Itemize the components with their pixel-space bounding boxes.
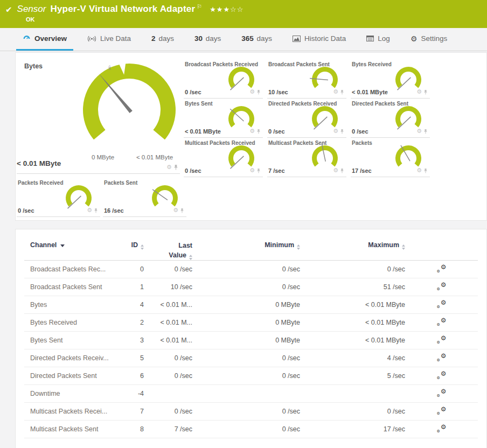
gauge-tile[interactable]: Packets Sent 16 /sec ⚙ [103,178,186,217]
channel-gear-icon[interactable]: ⚙ [333,167,338,174]
primary-gauge-value: < 0.01 MByte [17,159,61,167]
channel-settings-button[interactable]: ⚙⚙ [405,282,478,292]
channel-name[interactable]: Broadcast Packets Rec... [24,265,117,273]
tab-bar: Overview Live Data 2 days 30 days 365 da… [0,28,487,51]
channel-settings-button[interactable]: ⚙⚙ [405,407,478,417]
channel-settings-button[interactable]: ⚙⚙ [405,424,478,435]
channel-gear-icon[interactable]: ⚙ [249,128,255,135]
gauge-tile[interactable]: Bytes Received < 0.01 MByte ⚙ [351,60,430,99]
pin-icon[interactable] [256,129,261,134]
pin-icon[interactable] [94,208,98,213]
pin-icon[interactable] [173,164,178,170]
channel-settings-button[interactable]: ⚙⚙ [405,300,478,310]
channel-gear-icon[interactable]: ⚙ [416,128,422,135]
channel-settings-button[interactable]: ⚙⚙ [405,335,478,346]
channel-settings-button[interactable]: ⚙⚙ [405,318,478,328]
minimum-value: 0 /sec [192,372,300,380]
channel-name[interactable]: Multicast Packets Sent [24,425,117,433]
channel-settings-button[interactable]: ⚙⚙ [405,371,478,381]
channel-gear-icon[interactable]: ⚙ [249,88,255,95]
pin-icon[interactable] [423,129,428,134]
channel-id: 8 [117,425,144,433]
channel-settings-button[interactable]: ⚙⚙ [405,353,478,363]
tab-log[interactable]: Log [360,28,396,51]
gauge-tile[interactable]: Bytes Sent < 0.01 MByte ⚙ [184,99,263,138]
gauges-panel: Bytes x̄ 0 MByte < 0.01 MByte < 0.01 MBy… [15,52,487,221]
channel-name[interactable]: Bytes Received [24,319,117,326]
table-row: Broadcast Packets Rec... 0 0 /sec 0 /sec… [24,261,478,278]
gauge-tile[interactable]: Broadcast Packets Received 0 /sec ⚙ [184,60,263,99]
pin-icon[interactable] [340,89,344,95]
gears-icon: ⚙⚙ [437,371,447,380]
gauge-tile[interactable]: Multicast Packets Sent 7 /sec ⚙ [267,138,346,177]
tab-30-days[interactable]: 30 days [188,28,227,51]
channel-gear-icon[interactable]: ⚙ [173,207,178,214]
gauge-tile[interactable]: Packets Received 0 /sec ⚙ [17,178,100,217]
channel-gear-icon[interactable]: ⚙ [249,167,255,174]
channel-name[interactable]: Broadcast Packets Sent [24,283,117,291]
gauge-value: 0 /sec [185,89,201,95]
pin-icon[interactable] [180,208,184,213]
gears-icon: ⚙⚙ [437,389,447,397]
gauge-tile[interactable]: Broadcast Packets Sent 10 /sec ⚙ [267,60,346,99]
table-row: Downtime -4 ⚙⚙ [24,385,478,403]
pin-icon[interactable] [423,168,428,173]
gauge-tile[interactable]: Packets 17 /sec ⚙ [351,138,430,177]
tab-overview[interactable]: Overview [16,28,73,51]
channel-name[interactable]: Downtime [24,390,117,397]
flag-icon[interactable]: ⚐ [197,3,202,10]
channel-name[interactable]: Directed Packets Receiv... [24,354,117,362]
column-header-minimum[interactable]: Minimum [192,241,300,250]
channel-name[interactable]: Directed Packets Sent [24,372,117,380]
tab-2-days[interactable]: 2 days [145,28,180,51]
primary-gauge [75,60,183,157]
last-value: 7 /sec [144,425,192,433]
gauge-value: 10 /sec [268,89,288,95]
channel-gear-icon[interactable]: ⚙ [333,88,338,95]
minimum-value: 0 /sec [192,283,300,291]
pin-icon[interactable] [423,89,428,95]
sort-icon [189,255,192,260]
channel-gear-icon[interactable]: ⚙ [416,88,422,95]
column-header-channel[interactable]: Channel [24,241,117,249]
channel-id: 2 [117,319,144,326]
pin-icon[interactable] [340,168,344,173]
tab-historic-data[interactable]: Historic Data [286,28,352,51]
channel-name[interactable]: Bytes [24,301,117,309]
pin-icon[interactable] [256,89,261,95]
channel-settings-button[interactable]: ⚙⚙ [405,264,478,275]
channel-gear-icon[interactable]: ⚙ [416,167,422,174]
channel-name[interactable]: Bytes Sent [24,337,117,344]
gauge-title: Bytes Sent [185,101,213,107]
tab-live-data[interactable]: Live Data [81,28,137,51]
gauge-tile[interactable]: Directed Packets Sent 0 /sec ⚙ [351,99,430,138]
column-header-maximum[interactable]: Maximum [300,241,405,250]
channel-id: 1 [117,283,144,291]
pin-icon[interactable] [256,168,261,173]
column-header-id[interactable]: ID [117,241,144,250]
channel-gear-icon[interactable]: ⚙ [333,128,338,135]
column-header-last-value[interactable]: Last Value [144,241,192,260]
channel-id: -4 [117,390,144,397]
channel-id: 5 [117,354,144,362]
gauge-value: 0 /sec [185,167,201,174]
channel-name[interactable]: Multicast Packets Recei... [24,408,117,415]
gauge-value: 7 /sec [268,167,285,174]
minimum-value: 0 /sec [192,265,300,273]
channel-gear-icon[interactable]: ⚙ [87,207,92,214]
gauge-tile[interactable]: Multicast Packets Received 0 /sec ⚙ [184,138,263,177]
gauge-value: 0 /sec [18,207,34,214]
maximum-value: 51 /sec [300,283,405,291]
channel-gear-icon[interactable]: ⚙ [166,164,172,171]
pin-icon[interactable] [340,129,344,134]
tab-365-days[interactable]: 365 days [235,28,279,51]
gauge-tile[interactable]: Directed Packets Received 0 /sec ⚙ [267,99,346,138]
average-marker: x̄ [108,65,111,71]
sort-desc-icon [60,244,65,247]
tab-settings[interactable]: ⚙ Settings [404,28,454,51]
rating-stars[interactable]: ★★★☆☆ [210,5,244,13]
channel-settings-button[interactable]: ⚙⚙ [405,389,478,399]
minimum-value: 0 MByte [192,337,300,344]
gauge-value: < 0.01 MByte [352,89,388,95]
primary-gauge-title: Bytes [24,62,43,70]
